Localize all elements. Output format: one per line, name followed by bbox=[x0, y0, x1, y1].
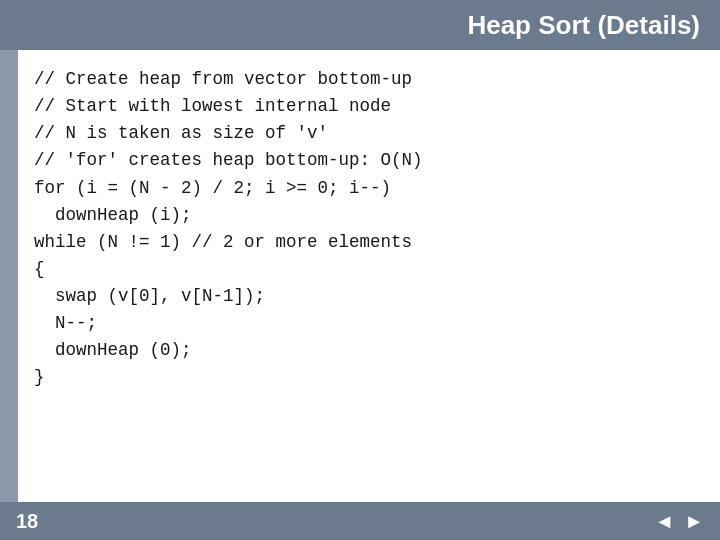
page-number: 18 bbox=[16, 510, 38, 533]
slide-title: Heap Sort (Details) bbox=[467, 10, 700, 41]
prev-arrow[interactable]: ◄ bbox=[654, 510, 674, 533]
nav-arrows: ◄ ► bbox=[654, 510, 704, 533]
footer-bar: 18 ◄ ► bbox=[0, 502, 720, 540]
content-area: // Create heap from vector bottom-up // … bbox=[0, 50, 720, 502]
code-block: // Create heap from vector bottom-up // … bbox=[18, 50, 720, 502]
title-bar: Heap Sort (Details) bbox=[0, 0, 720, 50]
slide-container: Heap Sort (Details) // Create heap from … bbox=[0, 0, 720, 540]
left-accent-bar bbox=[0, 50, 18, 502]
next-arrow[interactable]: ► bbox=[684, 510, 704, 533]
